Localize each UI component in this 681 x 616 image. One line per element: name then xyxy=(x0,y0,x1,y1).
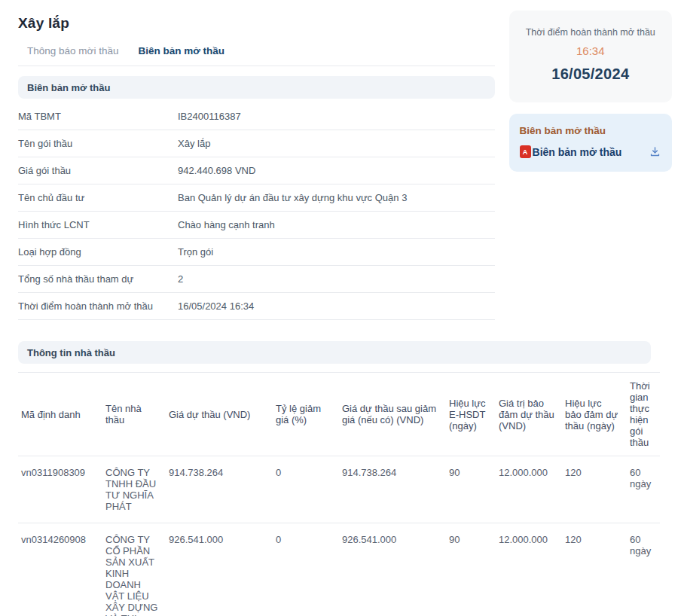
field-row: Tên gói thầu Xây lắp xyxy=(18,130,495,157)
document-card-title: Biên bản mở thầu xyxy=(520,125,661,136)
col-ty-le-giam-gia: Tỷ lệ giảm giá (%) xyxy=(273,373,339,456)
bid-record-section-header: Biên bản mở thầu xyxy=(18,76,495,99)
field-row: Mã TBMT IB2400116387 xyxy=(18,103,495,130)
field-value: Trọn gói xyxy=(178,246,213,258)
field-row: Loại hợp đồng Trọn gói xyxy=(18,239,495,266)
cell-gia-tri-bao-dam: 12.000.000 xyxy=(496,456,562,523)
cell-gia-tri-bao-dam: 12.000.000 xyxy=(496,523,562,616)
cell-gia-sau-giam-gia: 926.541.000 xyxy=(339,523,446,616)
sidebar: Thời điểm hoàn thành mở thầu 16:34 16/05… xyxy=(509,11,672,172)
field-row: Tổng số nhà thầu tham dự 2 xyxy=(18,266,495,293)
tab-bien-ban-mo-thau[interactable]: Biên bản mở thầu xyxy=(138,45,224,56)
bid-record-fields: Mã TBMT IB2400116387 Tên gói thầu Xây lắ… xyxy=(18,103,495,320)
field-value: 942.440.698 VND xyxy=(178,165,255,176)
field-row: Hình thức LCNT Chào hàng cạnh tranh xyxy=(18,212,495,239)
cell-hieu-luc-bao-dam: 120 xyxy=(562,456,627,523)
page-title: Xây lắp xyxy=(18,15,495,32)
download-icon[interactable] xyxy=(649,145,661,158)
contractors-section-header: Thông tin nhà thầu xyxy=(18,341,651,364)
col-hieu-luc-ehsdt: Hiệu lực E-HSDT (ngày) xyxy=(446,373,496,456)
cell-thoi-gian-thuc-hien: 60 ngày xyxy=(627,523,660,616)
field-label: Thời điểm hoàn thành mở thầu xyxy=(18,300,178,312)
bid-document-link[interactable]: Biên bản mở thầu xyxy=(533,146,622,158)
cell-gia-du-thau: 914.738.264 xyxy=(166,456,273,523)
cell-hieu-luc-bao-dam: 120 xyxy=(562,523,627,616)
table-row: vn0314260908 CÔNG TY CỔ PHẦN SẢN XUẤT KI… xyxy=(18,523,660,616)
cell-gia-du-thau: 926.541.000 xyxy=(166,523,273,616)
completion-date: 16/05/2024 xyxy=(517,66,664,83)
field-label: Tên gói thầu xyxy=(18,138,178,149)
col-gia-du-thau: Giá dự thầu (VND) xyxy=(166,373,273,456)
document-row: A Biên bản mở thầu xyxy=(520,145,661,158)
contractors-section: Thông tin nhà thầu Mã định danh Tên nhà … xyxy=(18,341,672,616)
contractors-table: Mã định danh Tên nhà thầu Giá dự thầu (V… xyxy=(18,372,660,616)
field-label: Tên chủ đầu tư xyxy=(18,192,178,203)
field-row: Tên chủ đầu tư Ban Quản lý dự án đầu tư … xyxy=(18,184,495,212)
bid-document-card: Biên bản mở thầu A Biên bản mở thầu xyxy=(509,114,672,172)
pdf-file-icon: A xyxy=(520,145,531,158)
main-column: Xây lắp Thông báo mời thầu Biên bản mở t… xyxy=(18,11,495,320)
cell-ty-le-giam-gia: 0 xyxy=(273,523,339,616)
cell-ty-le-giam-gia: 0 xyxy=(273,456,339,523)
col-gia-tri-bao-dam: Giá trị bảo đảm dự thầu (VND) xyxy=(496,373,562,456)
col-gia-sau-giam-gia: Giá dự thầu sau giảm giá (nếu có) (VND) xyxy=(339,373,446,456)
cell-hieu-luc-ehsdt: 90 xyxy=(446,456,496,523)
field-label: Hình thức LCNT xyxy=(18,219,178,230)
tab-bar: Thông báo mời thầu Biên bản mở thầu xyxy=(18,45,495,66)
cell-ma-dinh-danh: vn0311908309 xyxy=(18,456,102,523)
cell-hieu-luc-ehsdt: 90 xyxy=(446,523,496,616)
table-row: vn0311908309 CÔNG TY TNHH ĐẦU TƯ NGHĨA P… xyxy=(18,456,660,523)
table-header-row: Mã định danh Tên nhà thầu Giá dự thầu (V… xyxy=(18,373,660,456)
field-value: 16/05/2024 16:34 xyxy=(178,300,254,312)
completion-card-title: Thời điểm hoàn thành mở thầu xyxy=(517,27,664,38)
field-value: Xây lắp xyxy=(178,138,210,149)
field-label: Tổng số nhà thầu tham dự xyxy=(18,273,178,285)
field-row: Thời điểm hoàn thành mở thầu 16/05/2024 … xyxy=(18,293,495,320)
completion-time-card: Thời điểm hoàn thành mở thầu 16:34 16/05… xyxy=(509,11,672,102)
col-ten-nha-thau: Tên nhà thầu xyxy=(102,373,166,456)
field-label: Giá gói thầu xyxy=(18,165,178,176)
field-value: Chào hàng cạnh tranh xyxy=(178,219,275,230)
field-label: Mã TBMT xyxy=(18,111,178,122)
field-value: Ban Quản lý dự án đầu tư xây dựng khu vự… xyxy=(178,192,407,203)
tab-thong-bao-moi-thau[interactable]: Thông báo mời thầu xyxy=(27,45,118,56)
cell-ma-dinh-danh: vn0314260908 xyxy=(18,523,102,616)
cell-gia-sau-giam-gia: 914.738.264 xyxy=(339,456,446,523)
field-value: 2 xyxy=(178,273,183,285)
bid-record-section-title: Biên bản mở thầu xyxy=(27,82,110,93)
col-ma-dinh-danh: Mã định danh xyxy=(18,373,102,456)
field-row: Giá gói thầu 942.440.698 VND xyxy=(18,157,495,184)
cell-thoi-gian-thuc-hien: 60 ngày xyxy=(627,456,660,523)
field-value: IB2400116387 xyxy=(178,111,241,122)
page: Xây lắp Thông báo mời thầu Biên bản mở t… xyxy=(0,0,681,616)
col-thoi-gian-thuc-hien: Thời gian thực hiện gói thầu xyxy=(627,373,660,456)
cell-ten-nha-thau: CÔNG TY CỔ PHẦN SẢN XUẤT KINH DOANH VẬT … xyxy=(102,523,166,616)
field-label: Loại hợp đồng xyxy=(18,246,178,258)
col-hieu-luc-bao-dam: Hiệu lực bảo đảm dự thầu (ngày) xyxy=(562,373,627,456)
cell-ten-nha-thau: CÔNG TY TNHH ĐẦU TƯ NGHĨA PHÁT xyxy=(102,456,166,523)
completion-time: 16:34 xyxy=(517,44,664,57)
contractors-section-title: Thông tin nhà thầu xyxy=(27,347,115,358)
